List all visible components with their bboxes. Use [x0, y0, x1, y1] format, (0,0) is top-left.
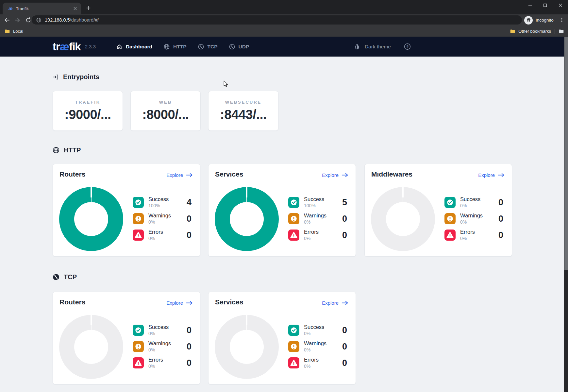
success-icon [444, 197, 456, 208]
window-maximize-icon[interactable] [541, 3, 549, 8]
tcp-routers-card: Routers Explore Success0% 0 Warnings0% 0… [53, 292, 200, 384]
http-middlewares-card: Middlewares Explore Success0% 0 Warnings… [364, 164, 512, 257]
error-icon [133, 357, 144, 368]
traefik-favicon: æ [8, 6, 12, 11]
error-icon [133, 230, 144, 241]
stat-label: Success [148, 324, 169, 330]
stat-value: 0 [342, 358, 347, 368]
stat-percent: 0% [460, 203, 480, 208]
stat-value: 0 [187, 325, 192, 335]
nav-udp-label: UDP [239, 44, 249, 50]
explore-link[interactable]: Explore [322, 172, 348, 178]
bookmark-local[interactable]: Local [5, 26, 23, 37]
bookmarks-separator [506, 29, 506, 34]
warning-icon [288, 341, 299, 352]
bookmarks-folder-icon[interactable] [559, 28, 564, 34]
card-title: Services [215, 298, 243, 306]
bookmark-local-label: Local [13, 29, 23, 34]
stat-success: Success0% 0 [288, 324, 347, 337]
stat-value: 0 [498, 197, 503, 208]
dark-theme-label: Dark theme [365, 44, 391, 50]
stat-warnings: Warnings0% 0 [133, 212, 192, 225]
stat-errors: Errors0% 0 [133, 356, 192, 369]
new-tab-icon[interactable] [86, 5, 91, 11]
stat-value: 4 [187, 197, 192, 208]
stat-percent: 0% [148, 331, 169, 336]
stat-value: 0 [187, 214, 192, 224]
entrypoint-card-traefik: TRAEFIK :9000/... [53, 91, 123, 131]
donut-chart [215, 187, 279, 251]
tab-close-icon[interactable] [73, 6, 78, 11]
stat-label: Warnings [148, 340, 171, 347]
nav-http-label: HTTP [173, 44, 186, 50]
address-bar[interactable]: 192.168.0.5/dashboard/#/ [32, 15, 522, 25]
globe-icon [53, 147, 59, 154]
nav-tcp[interactable]: TCP [198, 44, 218, 50]
browser-tab[interactable]: æ Traefik [3, 3, 81, 14]
stat-percent: 100% [148, 203, 169, 208]
explore-label: Explore [478, 172, 495, 178]
explore-link[interactable]: Explore [478, 172, 505, 178]
stat-percent: 0% [304, 364, 319, 369]
explore-label: Explore [166, 300, 183, 306]
explore-label: Explore [166, 172, 183, 178]
explore-link[interactable]: Explore [322, 300, 348, 306]
stat-success: Success100% 4 [133, 196, 192, 209]
window-close-icon[interactable] [556, 3, 565, 8]
arrow-right-icon [342, 173, 348, 177]
stat-value: 0 [187, 230, 192, 240]
error-icon [288, 230, 299, 241]
url-host: 192.168.0.5 [45, 17, 70, 23]
forward-icon[interactable] [14, 17, 21, 23]
explore-label: Explore [322, 172, 339, 178]
stat-percent: 0% [460, 219, 483, 225]
window-minimize-icon[interactable] [526, 3, 534, 8]
entrypoints-icon [53, 74, 59, 80]
invert-colors-icon [354, 43, 360, 50]
reload-icon[interactable] [25, 17, 31, 23]
http-heading: HTTP [53, 146, 81, 154]
version-label: 2.3.3 [85, 44, 96, 49]
explore-link[interactable]: Explore [166, 172, 193, 178]
tcp-swirl-icon [53, 274, 59, 281]
site-info-globe-icon[interactable] [36, 18, 41, 23]
dark-theme-toggle[interactable]: Dark theme [354, 43, 391, 50]
stat-warnings: Warnings0% 0 [288, 340, 347, 353]
folder-icon [510, 28, 515, 34]
entrypoint-port: :8000/... [131, 107, 200, 122]
stat-label: Errors [304, 357, 319, 363]
stat-label: Success [148, 196, 169, 202]
stat-value: 0 [342, 342, 347, 352]
stat-percent: 0% [460, 236, 475, 241]
entrypoint-name: TRAEFIK [53, 100, 123, 105]
donut-chart [59, 187, 123, 251]
back-icon[interactable] [4, 17, 10, 23]
browser-menu-icon[interactable] [559, 17, 565, 23]
incognito-label: Incognito [536, 18, 554, 23]
help-icon[interactable] [404, 43, 411, 50]
stat-label: Errors [148, 229, 163, 235]
other-bookmarks-label: Other bookmarks [518, 29, 551, 34]
warning-icon [133, 341, 144, 352]
stat-value: 0 [187, 342, 192, 352]
entrypoint-name: WEB [131, 100, 200, 105]
stat-label: Warnings [148, 213, 171, 219]
other-bookmarks[interactable]: Other bookmarks [510, 28, 551, 34]
nav-udp[interactable]: UDP [229, 44, 249, 50]
nav-dashboard[interactable]: Dashboard [116, 44, 152, 50]
stat-errors: Errors0% 0 [444, 229, 503, 242]
incognito-icon [524, 16, 533, 25]
arrow-right-icon [498, 173, 505, 177]
entrypoint-port: :8443/... [209, 107, 278, 122]
donut-chart [371, 187, 435, 251]
success-icon [288, 197, 299, 208]
explore-link[interactable]: Explore [166, 300, 193, 306]
warning-icon [133, 213, 144, 224]
scrollbar-thumb[interactable] [564, 37, 568, 270]
nav-http[interactable]: HTTP [164, 44, 186, 50]
card-title: Routers [59, 298, 85, 306]
http-heading-label: HTTP [64, 146, 81, 154]
stat-label: Errors [304, 229, 319, 235]
http-routers-card: Routers Explore Success100% 4 Warnings0%… [53, 164, 200, 257]
home-icon [116, 44, 122, 50]
